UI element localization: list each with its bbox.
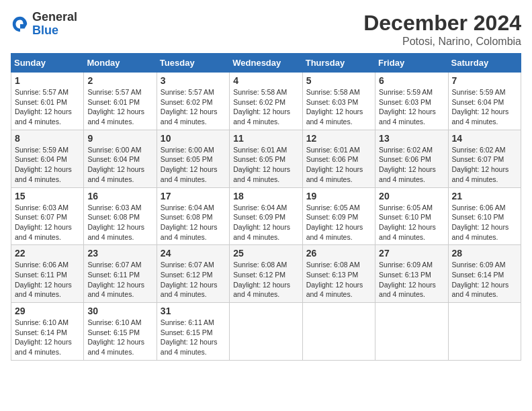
- day-number: 14: [452, 133, 517, 144]
- table-row: 12 Sunrise: 6:01 AMSunset: 6:06 PMDaylig…: [302, 130, 375, 187]
- table-row: 19 Sunrise: 6:05 AMSunset: 6:09 PMDaylig…: [302, 187, 375, 245]
- day-info: Sunrise: 5:59 AMSunset: 6:04 PMDaylight:…: [15, 146, 72, 183]
- table-row: 28 Sunrise: 6:09 AMSunset: 6:14 PMDaylig…: [448, 245, 521, 303]
- table-row: 23 Sunrise: 6:07 AMSunset: 6:11 PMDaylig…: [84, 245, 157, 303]
- logo-icon: [11, 15, 30, 34]
- day-number: 12: [306, 133, 371, 144]
- day-info: Sunrise: 6:04 AMSunset: 6:09 PMDaylight:…: [233, 203, 290, 241]
- day-info: Sunrise: 5:58 AMSunset: 6:02 PMDaylight:…: [233, 88, 290, 126]
- day-info: Sunrise: 6:08 AMSunset: 6:12 PMDaylight:…: [233, 261, 290, 298]
- day-number: 2: [87, 75, 152, 86]
- table-row: 20 Sunrise: 6:05 AMSunset: 6:10 PMDaylig…: [375, 187, 448, 245]
- day-info: Sunrise: 6:04 AMSunset: 6:08 PMDaylight:…: [161, 203, 218, 241]
- day-number: 1: [15, 75, 80, 86]
- title-area: December 2024 Potosi, Narino, Colombia: [363, 11, 521, 48]
- table-row: 9 Sunrise: 6:00 AMSunset: 6:04 PMDayligh…: [84, 130, 157, 187]
- day-number: 10: [161, 133, 226, 144]
- table-row: 21 Sunrise: 6:06 AMSunset: 6:10 PMDaylig…: [448, 187, 521, 245]
- calendar-week-row: 8 Sunrise: 5:59 AMSunset: 6:04 PMDayligh…: [11, 130, 521, 187]
- day-info: Sunrise: 6:06 AMSunset: 6:10 PMDaylight:…: [452, 203, 509, 241]
- table-row: 27 Sunrise: 6:09 AMSunset: 6:13 PMDaylig…: [375, 245, 448, 303]
- day-info: Sunrise: 6:02 AMSunset: 6:07 PMDaylight:…: [452, 146, 509, 183]
- day-number: 11: [233, 133, 298, 144]
- day-number: 18: [233, 191, 298, 201]
- day-info: Sunrise: 6:00 AMSunset: 6:04 PMDaylight:…: [87, 146, 144, 183]
- month-title: December 2024: [363, 11, 521, 36]
- table-row: 22 Sunrise: 6:06 AMSunset: 6:11 PMDaylig…: [11, 245, 84, 303]
- table-row: 7 Sunrise: 5:59 AMSunset: 6:04 PMDayligh…: [448, 73, 521, 130]
- calendar-week-row: 1 Sunrise: 5:57 AMSunset: 6:01 PMDayligh…: [11, 73, 521, 130]
- day-info: Sunrise: 6:09 AMSunset: 6:14 PMDaylight:…: [452, 261, 509, 298]
- table-row: [230, 303, 302, 361]
- day-info: Sunrise: 6:01 AMSunset: 6:05 PMDaylight:…: [233, 146, 290, 183]
- calendar: Sunday Monday Tuesday Wednesday Thursday…: [11, 53, 521, 361]
- table-row: 17 Sunrise: 6:04 AMSunset: 6:08 PMDaylig…: [157, 187, 229, 245]
- day-info: Sunrise: 6:07 AMSunset: 6:11 PMDaylight:…: [87, 261, 144, 298]
- table-row: 15 Sunrise: 6:03 AMSunset: 6:07 PMDaylig…: [11, 187, 84, 245]
- day-info: Sunrise: 6:09 AMSunset: 6:13 PMDaylight:…: [379, 261, 436, 298]
- day-number: 9: [87, 133, 152, 144]
- day-number: 4: [233, 75, 298, 86]
- table-row: [448, 303, 521, 361]
- day-number: 15: [15, 191, 80, 201]
- day-info: Sunrise: 6:00 AMSunset: 6:05 PMDaylight:…: [161, 146, 218, 183]
- day-number: 30: [87, 306, 152, 316]
- col-friday: Friday: [375, 54, 448, 73]
- table-row: 18 Sunrise: 6:04 AMSunset: 6:09 PMDaylig…: [230, 187, 302, 245]
- day-info: Sunrise: 5:58 AMSunset: 6:03 PMDaylight:…: [306, 88, 363, 126]
- logo: General Blue: [11, 11, 77, 38]
- day-info: Sunrise: 6:01 AMSunset: 6:06 PMDaylight:…: [306, 146, 363, 183]
- day-info: Sunrise: 6:10 AMSunset: 6:14 PMDaylight:…: [15, 318, 72, 356]
- table-row: [375, 303, 448, 361]
- day-number: 24: [161, 248, 226, 259]
- col-thursday: Thursday: [302, 54, 375, 73]
- table-row: 30 Sunrise: 6:10 AMSunset: 6:15 PMDaylig…: [84, 303, 157, 361]
- day-info: Sunrise: 6:05 AMSunset: 6:09 PMDaylight:…: [306, 203, 363, 241]
- day-number: 13: [379, 133, 444, 144]
- calendar-week-row: 29 Sunrise: 6:10 AMSunset: 6:14 PMDaylig…: [11, 303, 521, 361]
- day-info: Sunrise: 6:05 AMSunset: 6:10 PMDaylight:…: [379, 203, 436, 241]
- logo-general-text: General: [32, 10, 77, 24]
- day-number: 8: [15, 133, 80, 144]
- table-row: 11 Sunrise: 6:01 AMSunset: 6:05 PMDaylig…: [230, 130, 302, 187]
- table-row: 4 Sunrise: 5:58 AMSunset: 6:02 PMDayligh…: [230, 73, 302, 130]
- day-number: 7: [452, 75, 517, 86]
- logo-blue-text: Blue: [32, 24, 58, 37]
- day-number: 5: [306, 75, 371, 86]
- day-info: Sunrise: 6:10 AMSunset: 6:15 PMDaylight:…: [87, 318, 144, 356]
- calendar-header-row: Sunday Monday Tuesday Wednesday Thursday…: [11, 54, 521, 73]
- table-row: 26 Sunrise: 6:08 AMSunset: 6:13 PMDaylig…: [302, 245, 375, 303]
- day-number: 27: [379, 248, 444, 259]
- day-number: 3: [161, 75, 226, 86]
- table-row: 8 Sunrise: 5:59 AMSunset: 6:04 PMDayligh…: [11, 130, 84, 187]
- day-number: 31: [161, 306, 226, 316]
- table-row: [302, 303, 375, 361]
- day-number: 23: [87, 248, 152, 259]
- day-number: 19: [306, 191, 371, 201]
- day-info: Sunrise: 6:03 AMSunset: 6:07 PMDaylight:…: [15, 203, 72, 241]
- day-number: 21: [452, 191, 517, 201]
- table-row: 24 Sunrise: 6:07 AMSunset: 6:12 PMDaylig…: [157, 245, 229, 303]
- day-info: Sunrise: 5:57 AMSunset: 6:02 PMDaylight:…: [161, 88, 218, 126]
- day-info: Sunrise: 6:08 AMSunset: 6:13 PMDaylight:…: [306, 261, 363, 298]
- location-title: Potosi, Narino, Colombia: [363, 36, 521, 48]
- col-saturday: Saturday: [448, 54, 521, 73]
- day-info: Sunrise: 6:07 AMSunset: 6:12 PMDaylight:…: [161, 261, 218, 298]
- col-monday: Monday: [84, 54, 157, 73]
- day-number: 20: [379, 191, 444, 201]
- header: General Blue December 2024 Potosi, Narin…: [11, 11, 521, 48]
- day-info: Sunrise: 6:02 AMSunset: 6:06 PMDaylight:…: [379, 146, 436, 183]
- day-number: 25: [233, 248, 298, 259]
- day-number: 22: [15, 248, 80, 259]
- col-tuesday: Tuesday: [157, 54, 229, 73]
- table-row: 29 Sunrise: 6:10 AMSunset: 6:14 PMDaylig…: [11, 303, 84, 361]
- day-info: Sunrise: 5:57 AMSunset: 6:01 PMDaylight:…: [87, 88, 144, 126]
- table-row: 14 Sunrise: 6:02 AMSunset: 6:07 PMDaylig…: [448, 130, 521, 187]
- col-sunday: Sunday: [11, 54, 84, 73]
- table-row: 13 Sunrise: 6:02 AMSunset: 6:06 PMDaylig…: [375, 130, 448, 187]
- day-number: 6: [379, 75, 444, 86]
- day-info: Sunrise: 6:06 AMSunset: 6:11 PMDaylight:…: [15, 261, 72, 298]
- day-number: 28: [452, 248, 517, 259]
- table-row: 31 Sunrise: 6:11 AMSunset: 6:15 PMDaylig…: [157, 303, 229, 361]
- table-row: 25 Sunrise: 6:08 AMSunset: 6:12 PMDaylig…: [230, 245, 302, 303]
